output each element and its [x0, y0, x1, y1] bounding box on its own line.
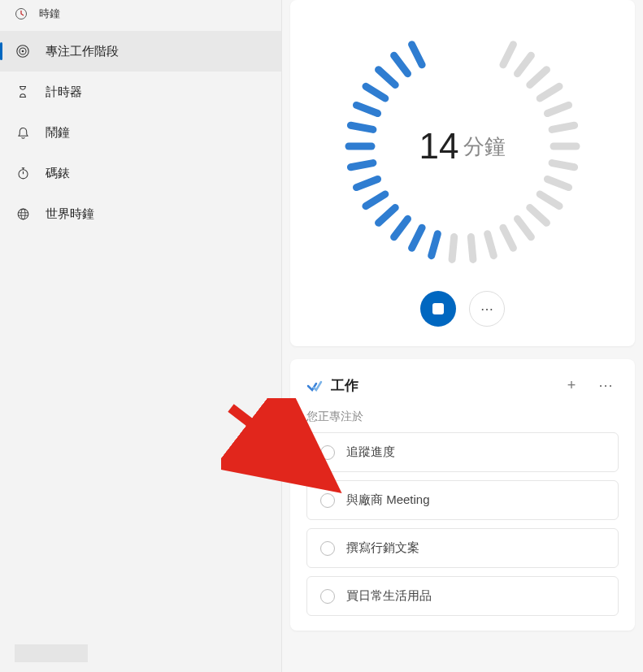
sidebar-footer — [0, 635, 281, 672]
svg-point-3 — [22, 50, 24, 53]
dial-wrap: 14 分鐘 — [306, 24, 619, 268]
task-item[interactable]: 追蹤進度 — [306, 432, 619, 472]
hourglass-icon — [15, 84, 31, 100]
timer-unit: 分鐘 — [463, 132, 506, 161]
task-label: 追蹤進度 — [346, 444, 395, 460]
tasks-more-button[interactable]: ⋯ — [593, 372, 619, 398]
nav-timer[interactable]: 計時器 — [0, 72, 281, 112]
add-task-button[interactable]: + — [558, 372, 584, 398]
clock-app-icon — [15, 7, 28, 20]
svg-point-6 — [20, 209, 24, 219]
svg-point-4 — [18, 169, 27, 178]
task-item[interactable]: 買日常生活用品 — [306, 576, 619, 616]
nav-world-clock[interactable]: 世界時鐘 — [0, 193, 281, 234]
focus-dial: 14 分鐘 — [341, 24, 584, 268]
dial-center: 14 分鐘 — [341, 24, 584, 268]
tasks-header: 工作 + ⋯ — [306, 372, 619, 398]
bell-icon — [15, 124, 31, 141]
task-label: 撰寫行銷文案 — [346, 540, 419, 556]
stop-icon — [432, 303, 444, 314]
main-content: 14 分鐘 ⋯ 工作 + ⋯ 您正專注於 — [282, 0, 643, 672]
app-title-text: 時鐘 — [39, 7, 60, 21]
nav-stopwatch[interactable]: 碼錶 — [0, 153, 281, 193]
timer-value: 14 — [419, 126, 459, 167]
nav-list: 專注工作階段 計時器 鬧鐘 碼錶 世界時鐘 — [0, 31, 281, 234]
todo-icon — [306, 377, 323, 393]
svg-point-5 — [18, 209, 28, 219]
nav-alarm[interactable]: 鬧鐘 — [0, 112, 281, 153]
tasks-card: 工作 + ⋯ 您正專注於 追蹤進度與廠商 Meeting撰寫行銷文案買日常生活用… — [290, 359, 635, 631]
task-checkbox[interactable] — [320, 589, 335, 604]
sidebar: 時鐘 專注工作階段 計時器 鬧鐘 碼錶 — [0, 0, 282, 672]
task-checkbox[interactable] — [320, 541, 335, 556]
task-list: 追蹤進度與廠商 Meeting撰寫行銷文案買日常生活用品 — [306, 432, 619, 616]
task-checkbox[interactable] — [320, 493, 335, 508]
stop-button[interactable] — [420, 291, 456, 327]
task-label: 與廠商 Meeting — [346, 492, 430, 508]
tasks-title: 工作 — [331, 376, 550, 395]
nav-label: 碼錶 — [46, 166, 70, 181]
ellipsis-icon: ⋯ — [598, 376, 613, 394]
nav-focus-sessions[interactable]: 專注工作階段 — [0, 31, 281, 72]
task-item[interactable]: 與廠商 Meeting — [306, 480, 619, 520]
nav-label: 計時器 — [46, 85, 82, 100]
app-title-bar: 時鐘 — [0, 0, 281, 28]
timer-controls: ⋯ — [306, 291, 619, 327]
more-button[interactable]: ⋯ — [469, 291, 505, 327]
nav-label: 鬧鐘 — [46, 125, 70, 141]
footer-placeholder — [15, 644, 88, 662]
ellipsis-icon: ⋯ — [480, 301, 494, 317]
tasks-subtitle: 您正專注於 — [306, 410, 619, 424]
nav-label: 世界時鐘 — [46, 206, 94, 222]
stopwatch-icon — [15, 165, 31, 181]
task-checkbox[interactable] — [320, 445, 335, 460]
nav-label: 專注工作階段 — [46, 44, 119, 59]
task-item[interactable]: 撰寫行銷文案 — [306, 528, 619, 568]
task-label: 買日常生活用品 — [346, 588, 432, 604]
timer-card: 14 分鐘 ⋯ — [290, 0, 635, 346]
plus-icon: + — [567, 377, 576, 394]
target-icon — [15, 43, 31, 59]
globe-icon — [15, 206, 31, 222]
